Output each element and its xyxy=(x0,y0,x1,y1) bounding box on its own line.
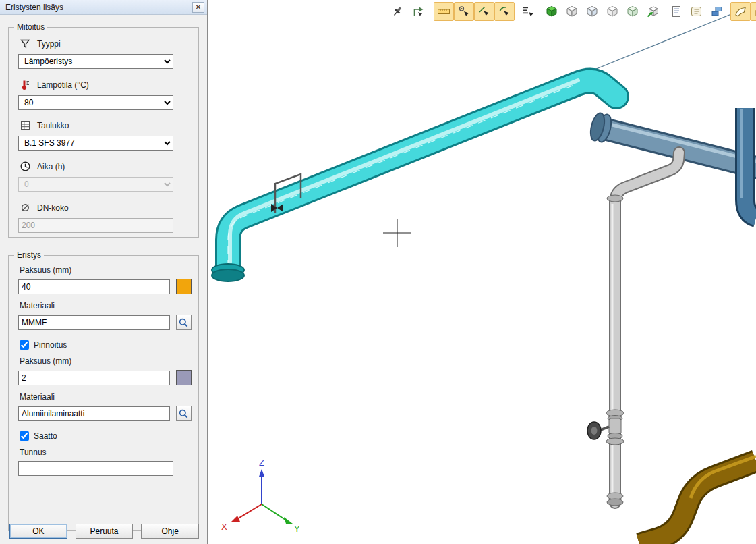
track-arrow-icon xyxy=(411,5,425,18)
paksuus1-input[interactable] xyxy=(18,279,170,294)
view-box-button[interactable] xyxy=(622,2,643,21)
ruler-icon xyxy=(437,5,450,18)
solid-cube-icon xyxy=(545,5,558,18)
snap-edge-button[interactable] xyxy=(518,2,538,21)
insulation-color-swatch[interactable] xyxy=(176,279,192,294)
scene-canvas[interactable]: Z X Y xyxy=(208,0,756,544)
search-icon xyxy=(178,408,189,419)
taulukko-select[interactable]: B.1 SFS 3977 xyxy=(18,136,173,151)
coating-color-swatch[interactable] xyxy=(176,370,192,385)
view-wireframe-button[interactable] xyxy=(562,2,582,21)
pipe-brown[interactable] xyxy=(639,456,756,544)
snap-free-icon xyxy=(477,5,491,18)
clock-icon xyxy=(20,161,31,172)
flange xyxy=(607,499,623,506)
aika-select: 0 xyxy=(18,177,173,192)
filter-icon xyxy=(20,38,31,49)
axis-y-label: Y xyxy=(294,524,300,534)
pipe-cyan[interactable] xyxy=(212,80,616,281)
materiaali1-label: Materiaali xyxy=(20,301,192,310)
group-eristys: Eristys Paksuus (mm) Materiaali Pinnoitu… xyxy=(8,255,199,531)
axis-z-label: Z xyxy=(259,458,264,468)
taulukko-label: Taulukko xyxy=(37,121,69,130)
group-mitoitus: Mitoitus Tyyppi Lämpöeristys Lämpötila (… xyxy=(8,27,199,238)
pipe-blue-vertical[interactable] xyxy=(741,108,756,217)
peruuta-button[interactable]: Peruuta xyxy=(76,524,134,539)
materiaali2-input[interactable] xyxy=(18,406,170,421)
wireframe-cube-icon xyxy=(565,5,579,18)
saatto-checkbox[interactable] xyxy=(20,431,29,441)
view-shaded-button[interactable] xyxy=(602,2,622,21)
crosshair-cursor xyxy=(383,219,411,247)
materiaali2-search-button[interactable] xyxy=(176,406,192,421)
layers-button[interactable] xyxy=(707,2,727,21)
viewport-3d[interactable]: Z X Y xyxy=(208,0,756,544)
dialog-titlebar[interactable]: Eristysten lisäys ✕ xyxy=(0,0,207,15)
snap-edge-icon xyxy=(521,5,535,18)
pin-button[interactable] xyxy=(388,2,408,21)
diameter-icon xyxy=(20,202,31,213)
tyyppi-select[interactable]: Lämpöeristys xyxy=(18,54,173,69)
view-solid-button[interactable] xyxy=(542,2,562,21)
pinnoitus-checkbox[interactable] xyxy=(20,340,29,350)
table-icon xyxy=(20,120,31,131)
close-button[interactable]: ✕ xyxy=(192,2,204,13)
pipe-steel[interactable] xyxy=(588,111,756,167)
snap-tangent-icon xyxy=(498,5,511,18)
flange xyxy=(212,269,244,281)
ohje-button[interactable]: Ohje xyxy=(141,524,199,539)
lampotila-select[interactable]: 80 xyxy=(18,95,173,110)
materiaali1-input[interactable] xyxy=(18,315,170,330)
ok-button[interactable]: OK xyxy=(9,524,67,539)
valve[interactable] xyxy=(587,410,624,445)
dn-input xyxy=(18,218,173,233)
pinnoitus-label: Pinnoitus xyxy=(34,340,67,350)
paksuus2-input[interactable] xyxy=(18,371,170,385)
measure-button[interactable] xyxy=(434,2,454,21)
layers-icon xyxy=(710,5,724,18)
paksuus1-label: Paksuus (mm) xyxy=(20,265,192,275)
snap-angle-icon xyxy=(457,5,471,18)
hidden-line-cube-icon xyxy=(585,5,599,18)
aika-label: Aika (h) xyxy=(37,162,65,171)
dn-label: DN-koko xyxy=(37,203,69,213)
search-icon xyxy=(178,317,189,328)
viewport-toolbar xyxy=(388,2,756,21)
view-zoom-model-button[interactable] xyxy=(643,2,663,21)
shaded-cube-icon xyxy=(606,5,619,18)
tyyppi-label: Tyyppi xyxy=(37,39,61,49)
materiaali2-label: Materiaali xyxy=(20,392,192,402)
curved-surface-icon xyxy=(734,5,747,18)
thermometer-icon xyxy=(20,79,31,90)
ucs-track-button[interactable] xyxy=(408,2,428,21)
saatto-label: Saatto xyxy=(34,431,57,441)
view-hidden-line-button[interactable] xyxy=(582,2,602,21)
snap-angle-button[interactable] xyxy=(454,2,474,21)
archive-button[interactable] xyxy=(751,2,756,21)
cube-arrow-icon xyxy=(646,5,660,18)
box-cube-icon xyxy=(626,5,639,18)
pipe-gray[interactable] xyxy=(587,153,679,506)
axis-x-label: X xyxy=(221,522,227,532)
document-scroll-button[interactable] xyxy=(687,2,707,21)
group-mitoitus-label: Mitoitus xyxy=(14,22,47,32)
snap-free-button[interactable] xyxy=(474,2,494,21)
dialog-title: Eristysten lisäys xyxy=(5,3,192,12)
notes-icon xyxy=(670,5,683,18)
pin-icon xyxy=(391,5,405,18)
flange xyxy=(607,195,623,202)
close-icon: ✕ xyxy=(196,3,201,11)
ucs-axes: Z X Y xyxy=(221,458,300,534)
tunnus-label: Tunnus xyxy=(20,447,192,457)
snap-tangent-button[interactable] xyxy=(494,2,515,21)
lampotila-label: Lämpötila (°C) xyxy=(37,80,89,90)
materiaali1-search-button[interactable] xyxy=(176,315,192,330)
paksuus2-label: Paksuus (mm) xyxy=(20,356,192,366)
tunnus-input[interactable] xyxy=(18,461,173,476)
insulation-dialog: Eristysten lisäys ✕ Mitoitus Tyyppi Lämp… xyxy=(0,0,208,544)
surface-mode-button[interactable] xyxy=(730,2,751,21)
scroll-icon xyxy=(690,5,703,18)
group-eristys-label: Eristys xyxy=(14,250,44,260)
notes-button[interactable] xyxy=(666,2,687,21)
